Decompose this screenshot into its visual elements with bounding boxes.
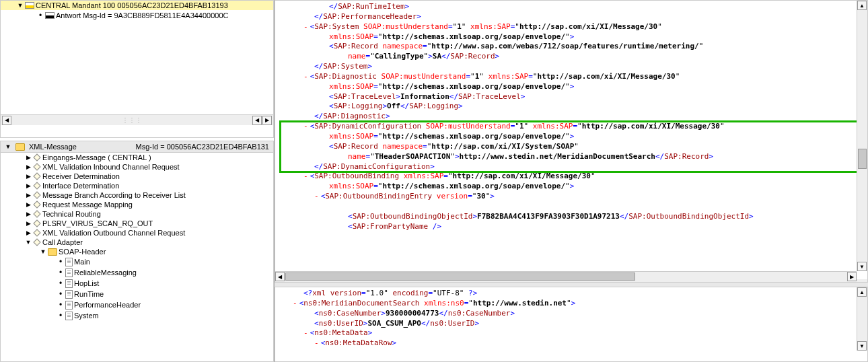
collapse-icon[interactable]	[25, 239, 32, 246]
scroll-up-bot-icon[interactable]: ▲	[857, 287, 867, 297]
xml-line[interactable]: name="THeaderSOAPACTION">http://www.sted…	[282, 152, 863, 162]
tree-item[interactable]: Eingangs-Message ( CENTRAL )	[1, 153, 273, 162]
xml-line[interactable]: -<ns0:MetaDataRow>	[282, 338, 863, 349]
xml-line[interactable]: -<ns0:MeridianDocumentSearch xmlns:ns0="…	[282, 299, 863, 309]
expand-icon[interactable]	[25, 164, 32, 170]
xml-line[interactable]: <SAP:TraceLevel>Information</SAP:TraceLe…	[282, 92, 863, 102]
tree-header[interactable]: XML-Message Msg-Id = 005056AC23D21ED4BFA…	[1, 141, 273, 153]
tree-item[interactable]: PLSRV_VIRUS_SCAN_RQ_OUT	[1, 219, 273, 228]
xml-line[interactable]: <ns0:CaseNumber>930000004773</ns0:CaseNu…	[282, 309, 863, 319]
tree-item[interactable]: XML Validation Outbound Channel Request	[1, 228, 273, 238]
collapse-toggle-icon[interactable]: -	[303, 172, 308, 180]
tree-item-label: Request Message Mapping	[42, 201, 133, 209]
xml-line[interactable]: <SAP:Record namespace="http://sap.com/xi…	[282, 142, 863, 152]
expand-icon[interactable]	[25, 201, 32, 208]
xml-line[interactable]: <ns0:UserID>SOA_CSUM_APO</ns0:UserID>	[282, 319, 863, 329]
xml-line[interactable]: -<SAP:DynamicConfiguration SOAP:mustUnde…	[282, 122, 863, 132]
splitter-handle[interactable]: ⋮⋮⋮	[11, 116, 252, 124]
scroll-left-xml-icon[interactable]: ◀	[275, 272, 285, 281]
tree-item[interactable]: CENTRAL Mandant 100 005056AC23D21ED4BFAB…	[1, 1, 273, 10]
xml-line[interactable]: -<ns0:MetaData>	[282, 328, 863, 338]
expand-icon[interactable]	[25, 154, 32, 161]
scroll-right-icon[interactable]: ▶	[262, 116, 272, 125]
collapse-icon[interactable]	[17, 2, 24, 9]
xml-line[interactable]: xmlns:SOAP="http://schemas.xmlsoap.org/s…	[282, 182, 863, 192]
scrollbar-horizontal[interactable]: ◀ ⋮⋮⋮ ◀▶	[1, 114, 273, 125]
xml-line[interactable]: <SAP:Record namespace="http://www.sap.co…	[282, 42, 863, 52]
collapse-toggle-icon[interactable]: -	[303, 22, 308, 31]
xml-line[interactable]: </SAP:DynamicConfiguration>	[282, 162, 863, 172]
tree-header-msgid: Msg-Id = 005056AC23D21ED4BFAB131	[136, 143, 269, 151]
scrollbar-vertical-bot[interactable]: ▲ ▼	[857, 287, 867, 351]
scroll-left-icon[interactable]: ◀	[2, 116, 11, 125]
expand-icon[interactable]	[25, 229, 32, 236]
xml-line[interactable]: name="CallingType">SA</SAP:Record>	[282, 52, 863, 62]
tree-item[interactable]: Main	[1, 256, 273, 267]
leaf-bullet-icon	[57, 311, 64, 320]
xml-line[interactable]: <SAP:Logging>Off</SAP:Logging>	[282, 102, 863, 112]
scroll-down-icon[interactable]: ▼	[857, 262, 867, 271]
tree-item[interactable]: Message Branch According to Receiver Lis…	[1, 190, 273, 200]
xml-line[interactable]	[282, 202, 863, 212]
tree-header-title: XML-Message	[29, 143, 77, 151]
tree-item[interactable]: Technical Routing	[1, 209, 273, 219]
tree-item-label: CENTRAL Mandant 100 005056AC23D21ED4BFAB…	[36, 1, 228, 9]
document-icon	[65, 290, 73, 299]
leaf-bullet-icon	[57, 257, 64, 266]
tree-item[interactable]: PerformanceHeader	[1, 299, 273, 310]
scrollbar-vertical[interactable]: ▲ ▼	[857, 1, 867, 271]
xml-line[interactable]: -<SAP:OutboundBinding xmlns:SAP="http://…	[282, 172, 863, 182]
flag-bw-icon	[45, 12, 55, 19]
diamond-icon	[33, 172, 40, 180]
xml-line[interactable]: </SAP:PerformanceHeader>	[282, 12, 863, 22]
tree-item-label: Interface Determination	[42, 182, 119, 190]
tree-item[interactable]: Antwort Msg-Id = 9A3CB889FD5811E4A344000…	[1, 10, 273, 21]
tree-item-label: PLSRV_VIRUS_SCAN_RQ_OUT	[42, 219, 153, 227]
collapse-toggle-icon[interactable]: -	[303, 72, 308, 81]
collapse-toggle-icon[interactable]: -	[314, 338, 319, 347]
xml-line[interactable]: xmlns:SOAP="http://schemas.xmlsoap.org/s…	[282, 32, 863, 42]
tree-item[interactable]: System	[1, 310, 273, 321]
scrollbar-horizontal-xml[interactable]: ◀ ▶	[275, 271, 857, 282]
tree-item[interactable]: ReliableMessaging	[1, 267, 273, 278]
xml-line[interactable]: xmlns:SOAP="http://schemas.xmlsoap.org/s…	[282, 132, 863, 142]
expand-icon[interactable]	[25, 220, 32, 227]
xml-line[interactable]: -<SAP:Diagnostic SOAP:mustUnderstand="1"…	[282, 72, 863, 82]
expand-icon[interactable]	[25, 173, 32, 180]
scroll-up-icon[interactable]: ▲	[857, 1, 867, 10]
tree-item[interactable]: Receiver Determination	[1, 172, 273, 181]
tree-item[interactable]: RunTime	[1, 289, 273, 299]
xml-line[interactable]: -<SAP:OutboundBindingEntry version="30">	[282, 192, 863, 202]
scroll-down-bot-icon[interactable]: ▼	[857, 341, 867, 351]
tree-item[interactable]: HopList	[1, 278, 273, 289]
collapse-toggle-icon[interactable]: -	[303, 328, 308, 337]
xml-line[interactable]: <SAP:OutboundBindingObjectId>F7B82BAA4C4…	[282, 212, 863, 222]
flag-yellow-icon	[25, 2, 34, 9]
tree-item-label: Technical Routing	[42, 210, 101, 218]
xml-line[interactable]: </SAP:RunTimeItem>	[282, 2, 863, 12]
tree-item-label: XML Validation Outbound Channel Request	[42, 229, 185, 237]
expand-icon[interactable]	[25, 211, 32, 217]
xml-line[interactable]: -<SAP:System SOAP:mustUnderstand="1" xml…	[282, 22, 863, 32]
tree-item[interactable]: SOAP-Header	[1, 247, 273, 256]
collapse-toggle-icon[interactable]: -	[303, 122, 308, 131]
xml-line[interactable]: </SAP:Diagnostic>	[282, 112, 863, 122]
expand-icon[interactable]	[25, 192, 32, 198]
xml-line[interactable]: </SAP:System>	[282, 62, 863, 72]
collapse-icon[interactable]	[40, 248, 46, 255]
tree-item[interactable]: Call Adapter	[1, 238, 273, 247]
tree-item[interactable]: Request Message Mapping	[1, 200, 273, 209]
collapse-toggle-icon[interactable]: -	[314, 192, 319, 201]
scroll-left2-icon[interactable]: ◀	[252, 116, 262, 125]
xml-line[interactable]: <SAP:FromPartyName />	[282, 222, 863, 232]
tree-item-label: ReliableMessaging	[74, 268, 137, 277]
leaf-bullet-icon	[57, 279, 64, 288]
xml-line[interactable]: xmlns:SOAP="http://schemas.xmlsoap.org/s…	[282, 82, 863, 92]
tree-item[interactable]: Interface Determination	[1, 181, 273, 190]
collapse-toggle-icon[interactable]: -	[293, 299, 297, 307]
scroll-right-xml-icon[interactable]: ▶	[847, 272, 857, 281]
expand-icon[interactable]	[25, 182, 32, 189]
tree-item[interactable]: XML Validation Inbound Channel Request	[1, 162, 273, 172]
xml-line[interactable]: <?xml version="1.0" encoding="UTF-8" ?>	[282, 289, 863, 299]
expand-toggle-icon[interactable]	[5, 143, 11, 150]
